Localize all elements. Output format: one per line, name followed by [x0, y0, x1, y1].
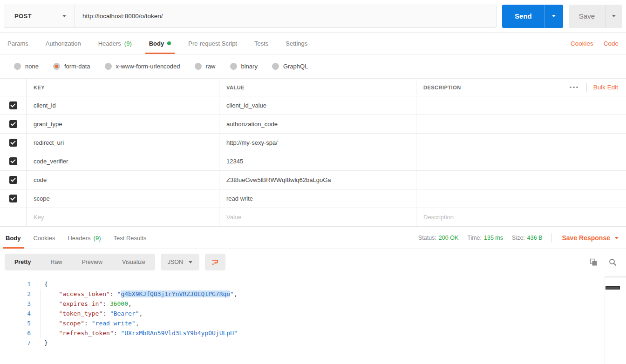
send-options-button[interactable] — [544, 5, 563, 28]
code-token — [44, 300, 59, 307]
code-token: : — [114, 330, 121, 337]
row-key-cell[interactable]: client_id — [26, 96, 219, 115]
response-code: 1{2 "access_token": "g4bX9KJfQB3j1rYnVRZ… — [0, 279, 626, 348]
row-value-cell[interactable]: client_id_value — [219, 96, 416, 115]
row-description-cell[interactable] — [416, 96, 626, 115]
body-mode-x-www-form-urlencoded[interactable]: x-www-form-urlencoded — [105, 63, 180, 70]
body-mode-raw[interactable]: raw — [195, 63, 216, 70]
row-description-cell[interactable] — [416, 134, 626, 152]
row-checkbox[interactable] — [9, 157, 17, 165]
response-body-editor[interactable]: 1{2 "access_token": "g4bX9KJfQB3j1rYnVRZ… — [0, 275, 626, 364]
table-row: client_idclient_id_value — [0, 96, 626, 115]
request-tab-pre-request-script[interactable]: Pre-request Script — [188, 33, 237, 54]
row-description-cell[interactable] — [416, 115, 626, 133]
row-value-cell[interactable]: Z3t8ueGvw5lBRWWqf8wlq62baLgoGa — [219, 171, 416, 189]
cookies-link[interactable]: Cookies — [571, 40, 593, 47]
line-number: 6 — [0, 328, 31, 338]
request-tab-authorization[interactable]: Authorization — [46, 33, 81, 54]
row-description-cell[interactable] — [416, 152, 626, 170]
request-tab-params[interactable]: Params — [7, 33, 28, 54]
row-value-cell[interactable]: authorization_code — [219, 115, 416, 133]
tab-label: Headers — [68, 235, 90, 242]
request-tab-tests[interactable]: Tests — [254, 33, 268, 54]
row-key-cell[interactable]: code_verifier — [26, 152, 219, 170]
table-header-actions: Bulk Edit — [568, 83, 619, 92]
bulk-edit-button[interactable]: Bulk Edit — [593, 84, 618, 91]
response-meta: Status: 200 OK Time: 135 ms Size: 436 B … — [418, 227, 619, 249]
send-button[interactable]: Send — [502, 5, 544, 28]
tab-label: Settings — [286, 40, 307, 47]
wrap-lines-button[interactable] — [205, 254, 225, 270]
search-icon — [609, 258, 617, 266]
new-key-cell[interactable]: Key — [26, 208, 219, 226]
method-label: POST — [14, 13, 32, 20]
tab-label: Headers — [98, 40, 121, 47]
code-link[interactable]: Code — [604, 40, 619, 47]
code-token: "Bearer" — [110, 310, 139, 317]
code-token: , — [139, 310, 143, 317]
view-preview[interactable]: Preview — [72, 254, 112, 270]
row-description-cell[interactable] — [416, 189, 626, 208]
row-checkbox[interactable] — [9, 139, 17, 147]
row-checkbox-cell — [0, 115, 26, 133]
response-tab-body[interactable]: Body — [6, 227, 21, 249]
save-button[interactable]: Save — [569, 5, 605, 28]
response-tab-test-results[interactable]: Test Results — [114, 227, 147, 249]
request-tab-settings[interactable]: Settings — [286, 33, 307, 54]
code-token: , — [234, 290, 238, 297]
row-value-cell[interactable]: http://my-sexy-spa/ — [219, 134, 416, 152]
row-key-cell[interactable]: code — [26, 171, 219, 189]
row-key-cell[interactable]: redirect_uri — [26, 134, 219, 152]
body-mode-none[interactable]: none — [14, 63, 39, 70]
url-input[interactable] — [75, 5, 496, 27]
response-tab-headers[interactable]: Headers(9) — [68, 227, 101, 249]
save-options-button[interactable] — [605, 5, 622, 28]
row-value-cell[interactable]: 12345 — [219, 152, 416, 170]
request-url-bar: POST Send Save — [0, 0, 626, 33]
radio-icon — [14, 63, 21, 70]
body-mode-binary[interactable]: binary — [230, 63, 258, 70]
line-number: 1 — [0, 279, 31, 289]
body-mode-radios: noneform-datax-www-form-urlencodedrawbin… — [0, 54, 626, 78]
row-description-cell[interactable] — [416, 171, 626, 189]
row-checkbox[interactable] — [9, 101, 17, 109]
row-checkbox[interactable] — [9, 195, 17, 202]
new-value-cell[interactable]: Value — [219, 208, 416, 226]
more-options-icon[interactable] — [568, 85, 580, 90]
row-key-cell[interactable]: scope — [26, 189, 219, 208]
row-checkbox[interactable] — [9, 120, 17, 128]
row-key-cell[interactable]: grant_type — [26, 115, 219, 133]
table-row: scoperead write — [0, 189, 626, 208]
request-tab-body[interactable]: Body — [149, 33, 171, 54]
request-tab-headers[interactable]: Headers(9) — [98, 33, 132, 54]
new-description-cell[interactable]: Description — [416, 208, 626, 226]
view-pretty[interactable]: Pretty — [5, 254, 41, 270]
body-mode-graphql[interactable]: GraphQL — [272, 63, 308, 70]
line-number: 2 — [0, 289, 31, 299]
body-mode-form-data[interactable]: form-data — [53, 63, 90, 70]
table-row: codeZ3t8ueGvw5lBRWWqf8wlq62baLgoGa — [0, 171, 626, 189]
response-tool-icons — [590, 258, 617, 266]
view-visualize[interactable]: Visualize — [112, 254, 155, 270]
copy-button[interactable] — [590, 258, 598, 266]
save-response-button[interactable]: Save Response — [561, 234, 619, 242]
code-token: , — [136, 320, 139, 327]
row-value-cell[interactable]: read write — [219, 189, 416, 208]
code-token — [44, 320, 59, 327]
radio-label: x-www-form-urlencoded — [116, 63, 180, 70]
language-select[interactable]: JSON — [161, 254, 199, 270]
view-raw[interactable]: Raw — [41, 254, 72, 270]
code-token: : — [110, 290, 117, 297]
row-checkbox[interactable] — [9, 176, 17, 184]
tab-label: Pre-request Script — [188, 40, 237, 47]
tab-label: Cookies — [34, 235, 55, 242]
radio-icon — [272, 63, 279, 70]
table-row: code_verifier12345 — [0, 152, 626, 171]
response-tab-cookies[interactable]: Cookies — [34, 227, 55, 249]
code-line: 4 "token_type": "Bearer", — [0, 309, 626, 318]
search-button[interactable] — [609, 258, 617, 266]
line-number: 4 — [0, 309, 31, 318]
scrollbar-thumb[interactable] — [606, 286, 620, 290]
form-data-rows: client_idclient_id_valuegrant_typeauthor… — [0, 96, 626, 227]
method-select[interactable]: POST — [4, 5, 75, 27]
